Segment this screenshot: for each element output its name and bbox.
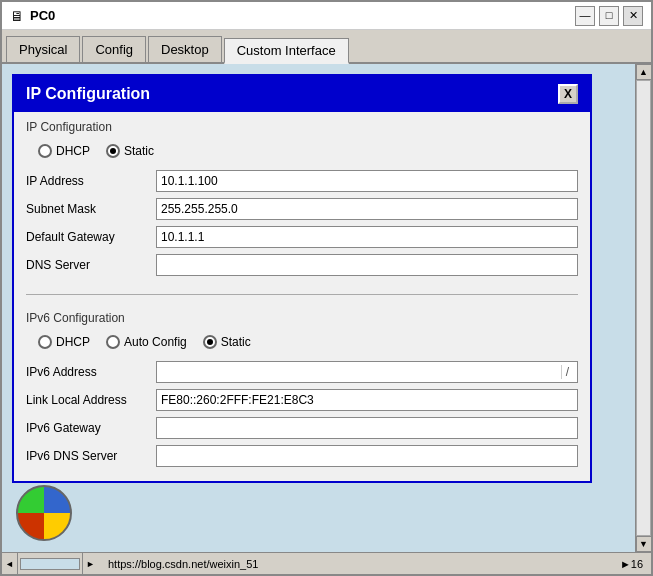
subnet-mask-input[interactable] [156, 198, 578, 220]
scroll-up-button[interactable]: ▲ [636, 64, 652, 80]
ipv4-radio-group: DHCP Static [26, 140, 578, 162]
ipv6-static-radio[interactable] [203, 335, 217, 349]
statusbar: ◄ ► https://blog.csdn.net/weixin_51 ►16 [2, 552, 651, 574]
ipv4-static-option[interactable]: Static [106, 144, 154, 158]
ipv4-section: IP Configuration DHCP Static [14, 112, 590, 290]
ip-config-close-button[interactable]: X [558, 84, 578, 104]
pie-chart [16, 485, 72, 541]
ip-config-box: IP Configuration X IP Configuration DHCP [12, 74, 592, 483]
default-gateway-row: Default Gateway [26, 226, 578, 248]
ipv6-autoconfig-label: Auto Config [124, 335, 187, 349]
ipv6-static-option[interactable]: Static [203, 335, 251, 349]
tab-config[interactable]: Config [82, 36, 146, 62]
ipv4-dhcp-label: DHCP [56, 144, 90, 158]
dns-server-label: DNS Server [26, 258, 156, 272]
status-scroll-left-button[interactable]: ◄ [2, 553, 18, 575]
ipv6-dhcp-option[interactable]: DHCP [38, 335, 90, 349]
section-divider [26, 294, 578, 295]
tab-desktop[interactable]: Desktop [148, 36, 222, 62]
ip-address-input[interactable] [156, 170, 578, 192]
ipv6-autoconfig-radio[interactable] [106, 335, 120, 349]
tab-custom-interface[interactable]: Custom Interface [224, 38, 349, 64]
ipv6-gateway-label: IPv6 Gateway [26, 421, 156, 435]
dns-server-row: DNS Server [26, 254, 578, 276]
dns-server-input[interactable] [156, 254, 578, 276]
ipv6-radio-group: DHCP Auto Config Static [26, 331, 578, 353]
tab-physical[interactable]: Physical [6, 36, 80, 62]
status-page: ►16 [612, 558, 651, 570]
ipv6-dns-server-row: IPv6 DNS Server [26, 445, 578, 467]
minimize-button[interactable]: — [575, 6, 595, 26]
default-gateway-input[interactable] [156, 226, 578, 248]
close-button[interactable]: ✕ [623, 6, 643, 26]
device-area [12, 483, 625, 543]
ipv6-section-label: IPv6 Configuration [26, 311, 578, 325]
main-content: IP Configuration X IP Configuration DHCP [2, 64, 651, 552]
ipv6-address-label: IPv6 Address [26, 365, 156, 379]
ipv6-dns-server-label: IPv6 DNS Server [26, 449, 156, 463]
device-icon [16, 485, 96, 541]
maximize-button[interactable]: □ [599, 6, 619, 26]
link-local-address-label: Link Local Address [26, 393, 156, 407]
link-local-address-row: Link Local Address [26, 389, 578, 411]
right-scrollbar: ▲ ▼ [635, 64, 651, 552]
status-url: https://blog.csdn.net/weixin_51 [100, 558, 612, 570]
titlebar: 🖥 PC0 — □ ✕ [2, 2, 651, 30]
scroll-track[interactable] [636, 80, 651, 536]
ipv6-gateway-input[interactable] [156, 417, 578, 439]
left-panel: IP Configuration X IP Configuration DHCP [2, 64, 635, 552]
ipv4-dhcp-radio[interactable] [38, 144, 52, 158]
ipv6-dhcp-radio[interactable] [38, 335, 52, 349]
window-icon: 🖥 [10, 8, 24, 24]
ipv6-address-input[interactable] [161, 363, 561, 381]
subnet-mask-label: Subnet Mask [26, 202, 156, 216]
status-scroll-right-button[interactable]: ► [82, 553, 98, 575]
ip-address-row: IP Address [26, 170, 578, 192]
ipv4-static-radio[interactable] [106, 144, 120, 158]
ipv6-slash-separator: / [561, 365, 573, 379]
ipv6-dhcp-label: DHCP [56, 335, 90, 349]
window: 🖥 PC0 — □ ✕ Physical Config Desktop Cust… [0, 0, 653, 576]
ip-address-label: IP Address [26, 174, 156, 188]
ipv6-gateway-row: IPv6 Gateway [26, 417, 578, 439]
ipv4-static-label: Static [124, 144, 154, 158]
subnet-mask-row: Subnet Mask [26, 198, 578, 220]
default-gateway-label: Default Gateway [26, 230, 156, 244]
ipv4-dhcp-option[interactable]: DHCP [38, 144, 90, 158]
ip-config-header: IP Configuration X [14, 76, 590, 112]
ipv6-static-label: Static [221, 335, 251, 349]
ip-config-title: IP Configuration [26, 85, 150, 103]
ipv6-dns-server-input[interactable] [156, 445, 578, 467]
ipv6-address-row: IPv6 Address / [26, 361, 578, 383]
link-local-address-input[interactable] [156, 389, 578, 411]
ipv6-section: IPv6 Configuration DHCP Auto Config [14, 303, 590, 481]
window-title: PC0 [30, 8, 575, 23]
left-panel-inner: IP Configuration X IP Configuration DHCP [12, 74, 625, 543]
titlebar-controls: — □ ✕ [575, 6, 643, 26]
status-scroll-track[interactable] [20, 558, 80, 570]
scroll-down-button[interactable]: ▼ [636, 536, 652, 552]
ipv4-section-label: IP Configuration [26, 120, 578, 134]
ipv6-autoconfig-option[interactable]: Auto Config [106, 335, 187, 349]
tabbar: Physical Config Desktop Custom Interface [2, 30, 651, 64]
